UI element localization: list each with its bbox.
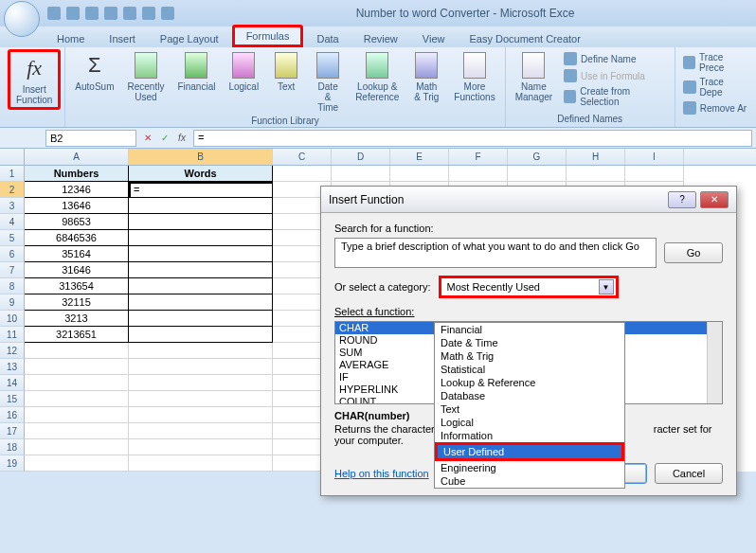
save-icon[interactable] — [47, 7, 61, 20]
preview-icon[interactable] — [123, 7, 136, 20]
cell[interactable]: = — [129, 182, 273, 198]
cell[interactable]: 32115 — [25, 294, 129, 311]
formula-input[interactable]: = — [193, 130, 752, 147]
tab-insert[interactable]: Insert — [98, 30, 147, 47]
cell[interactable] — [25, 343, 129, 359]
tab-home[interactable]: Home — [45, 30, 96, 47]
row-header[interactable]: 14 — [0, 375, 25, 391]
dialog-help-button[interactable]: ? — [668, 191, 696, 208]
insert-function-button[interactable]: fx Insert Function — [8, 49, 61, 110]
col-header-i[interactable]: I — [625, 149, 684, 165]
cell[interactable] — [129, 455, 273, 472]
cell[interactable] — [25, 439, 129, 455]
financial-button[interactable]: Financial — [171, 49, 221, 94]
cell[interactable] — [129, 359, 273, 375]
cell[interactable] — [129, 230, 273, 246]
cell[interactable] — [129, 294, 273, 311]
cell[interactable] — [25, 423, 129, 439]
cell[interactable] — [129, 311, 273, 327]
category-select[interactable]: Most Recently Used ▼ — [439, 276, 619, 298]
cell[interactable] — [25, 359, 129, 375]
cell[interactable]: 13646 — [25, 198, 129, 214]
row-header[interactable]: 15 — [0, 391, 25, 407]
col-header-b[interactable]: B — [129, 149, 273, 165]
cell[interactable] — [129, 375, 273, 391]
cell[interactable] — [25, 375, 129, 391]
category-option[interactable]: Database — [435, 389, 624, 402]
math-trig-button[interactable]: Math & Trig — [406, 49, 446, 104]
row-header[interactable]: 8 — [0, 278, 25, 294]
tab-formulas[interactable]: Formulas — [232, 25, 304, 47]
search-input[interactable]: Type a brief description of what you wan… — [334, 238, 657, 268]
category-option[interactable]: Engineering — [435, 461, 624, 474]
autosum-button[interactable]: ΣAutoSum — [69, 49, 119, 94]
row-header[interactable]: 10 — [0, 311, 25, 327]
row-header[interactable]: 6 — [0, 246, 25, 262]
cell[interactable] — [567, 166, 625, 182]
more-functions-button[interactable]: More Functions — [448, 49, 500, 104]
cell[interactable] — [332, 166, 390, 182]
cell[interactable] — [129, 198, 273, 214]
dialog-close-button[interactable]: ✕ — [700, 191, 729, 208]
go-button[interactable]: Go — [664, 242, 723, 263]
new-icon[interactable] — [142, 7, 155, 20]
tab-view[interactable]: View — [411, 30, 457, 47]
cell[interactable]: 35164 — [25, 246, 129, 262]
row-header[interactable]: 19 — [0, 455, 25, 472]
lookup-button[interactable]: Lookup & Reference — [350, 49, 405, 104]
tab-easy-doc[interactable]: Easy Document Creator — [458, 30, 591, 47]
tab-data[interactable]: Data — [305, 30, 350, 47]
cell[interactable] — [129, 391, 273, 407]
fx-small-icon[interactable]: fx — [174, 131, 189, 146]
category-option[interactable]: Text — [435, 402, 624, 416]
cell[interactable] — [25, 455, 129, 472]
define-name-button[interactable]: Define Name — [560, 51, 671, 66]
col-header-e[interactable]: E — [390, 149, 449, 165]
undo-icon[interactable] — [66, 7, 80, 20]
use-in-formula-button[interactable]: Use in Formula — [560, 68, 671, 83]
trace-precedents-button[interactable]: Trace Prece — [679, 51, 752, 74]
category-option[interactable]: Information — [435, 429, 624, 442]
col-header-h[interactable]: H — [567, 149, 625, 165]
cell[interactable] — [129, 439, 273, 455]
remove-arrows-button[interactable]: Remove Ar — [679, 100, 752, 116]
cell[interactable] — [449, 166, 508, 182]
cell[interactable] — [25, 407, 129, 423]
cell[interactable] — [25, 391, 129, 407]
name-manager-button[interactable]: Name Manager — [510, 49, 558, 104]
cell[interactable] — [129, 407, 273, 423]
cell[interactable] — [129, 246, 273, 262]
row-header[interactable]: 7 — [0, 262, 25, 278]
function-list[interactable]: CHARROUNDSUMAVERAGEIFHYPERLINKCOUNT Fina… — [334, 321, 723, 404]
cell[interactable] — [129, 423, 273, 439]
text-button[interactable]: Text — [266, 49, 306, 94]
cell[interactable]: 31646 — [25, 262, 129, 278]
cell[interactable]: 6846536 — [25, 230, 129, 246]
trace-dependents-button[interactable]: Trace Depe — [679, 76, 752, 98]
category-option[interactable]: Cube — [435, 474, 624, 488]
cell[interactable] — [129, 327, 273, 343]
cell[interactable]: 3213651 — [25, 327, 129, 343]
chevron-down-icon[interactable]: ▼ — [599, 279, 614, 294]
logical-button[interactable]: Logical — [223, 49, 264, 94]
cell[interactable] — [508, 166, 567, 182]
row-header[interactable]: 9 — [0, 294, 25, 311]
cell[interactable] — [129, 343, 273, 359]
date-time-button[interactable]: Date & Time — [308, 49, 348, 115]
cell[interactable] — [625, 166, 684, 182]
row-header[interactable]: 13 — [0, 359, 25, 375]
cell[interactable]: 98653 — [25, 214, 129, 230]
create-from-selection-button[interactable]: Create from Selection — [560, 85, 671, 108]
category-option[interactable]: Financial — [435, 323, 624, 336]
cell[interactable]: 313654 — [25, 278, 129, 294]
recently-used-button[interactable]: Recently Used — [122, 49, 171, 104]
cell[interactable] — [129, 262, 273, 278]
row-header[interactable]: 12 — [0, 343, 25, 359]
tab-review[interactable]: Review — [352, 30, 409, 47]
category-option[interactable]: Lookup & Reference — [435, 376, 624, 389]
row-header[interactable]: 18 — [0, 439, 25, 455]
name-box[interactable] — [45, 130, 136, 147]
select-all-corner[interactable] — [0, 149, 25, 165]
dialog-titlebar[interactable]: Insert Function ? ✕ — [321, 187, 736, 213]
col-header-c[interactable]: C — [273, 149, 332, 165]
